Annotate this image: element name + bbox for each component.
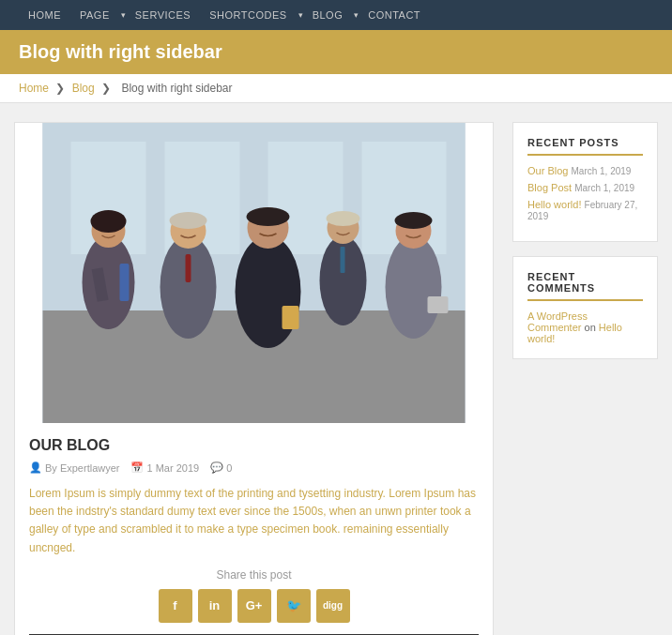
recent-comment-1: A WordPress Commenter on Hello world! <box>527 310 643 344</box>
share-buttons: f in G+ 🐦 digg <box>29 589 479 623</box>
post-comments-meta: 💬 0 <box>210 461 232 474</box>
svg-point-16 <box>236 235 301 348</box>
post-excerpt: Lorem Ipsum is simply dummy text of the … <box>29 485 479 557</box>
breadcrumb: Home ❯ Blog ❯ Blog with right sidebar <box>0 74 672 103</box>
recent-post-2: Blog Post March 1, 2019 <box>527 182 643 193</box>
sidebar: RECENT POSTS Our Blog March 1, 2019 Blog… <box>512 122 658 635</box>
content-layout: OUR BLOG 👤 By Expertlawyer 📅 1 Mar 2019 … <box>14 122 658 635</box>
svg-point-24 <box>386 235 442 339</box>
share-label: Share this post <box>29 568 479 582</box>
post-author-meta: 👤 By Expertlawyer <box>29 461 119 474</box>
recent-post-3-link[interactable]: Hello world! <box>527 199 581 210</box>
recent-post-2-date: March 1, 2019 <box>574 183 634 193</box>
comment-on: on <box>585 322 599 333</box>
post-date-meta: 📅 1 Mar 2019 <box>130 461 199 474</box>
svg-rect-27 <box>428 296 449 313</box>
post-content: OUR BLOG 👤 By Expertlawyer 📅 1 Mar 2019 … <box>15 423 493 635</box>
post-author: By Expertlawyer <box>45 462 119 474</box>
main-wrapper: OUR BLOG 👤 By Expertlawyer 📅 1 Mar 2019 … <box>0 103 672 635</box>
nav-home[interactable]: HOME <box>19 0 70 30</box>
nav-blog[interactable]: BLOG <box>303 0 353 30</box>
recent-comments-widget: RECENT COMMENTS A WordPress Commenter on… <box>512 256 658 359</box>
recent-post-1-link[interactable]: Our Blog <box>527 165 568 176</box>
recent-comments-title: RECENT COMMENTS <box>527 271 643 301</box>
breadcrumb-current: Blog with right sidebar <box>121 82 232 95</box>
svg-rect-15 <box>186 254 191 282</box>
calendar-icon: 📅 <box>130 461 144 474</box>
breadcrumb-home[interactable]: Home <box>19 82 49 95</box>
recent-posts-widget: RECENT POSTS Our Blog March 1, 2019 Blog… <box>512 122 658 242</box>
nav-page[interactable]: PAGE <box>70 0 119 30</box>
share-googleplus[interactable]: G+ <box>237 589 271 623</box>
svg-rect-11 <box>120 264 130 301</box>
breadcrumb-blog[interactable]: Blog <box>72 82 95 95</box>
share-linkedin[interactable]: in <box>198 589 232 623</box>
top-navigation: HOME PAGE ▾ SERVICES SHORTCODES ▾ BLOG ▾… <box>0 0 672 30</box>
nav-services[interactable]: SERVICES <box>126 0 200 30</box>
svg-point-22 <box>327 211 360 226</box>
svg-rect-23 <box>341 247 345 273</box>
comment-author-link[interactable]: A WordPress Commenter <box>527 310 588 333</box>
author-icon: 👤 <box>29 461 42 474</box>
breadcrumb-sep2: ❯ <box>101 82 114 95</box>
nav-contact[interactable]: CONTACT <box>359 0 430 30</box>
svg-point-26 <box>395 212 433 229</box>
recent-post-1: Our Blog March 1, 2019 <box>527 165 643 176</box>
svg-point-12 <box>160 235 217 339</box>
post-title: OUR BLOG <box>29 437 479 454</box>
page-title: Blog with right sidebar <box>19 41 653 63</box>
svg-point-9 <box>91 210 127 233</box>
recent-post-3: Hello world! February 27, 2019 <box>527 199 643 221</box>
page-title-bar: Blog with right sidebar <box>0 30 672 74</box>
nav-shortcodes[interactable]: SHORTCODES <box>200 0 296 30</box>
svg-rect-19 <box>283 306 299 329</box>
share-digg[interactable]: digg <box>316 589 350 623</box>
main-column: OUR BLOG 👤 By Expertlawyer 📅 1 Mar 2019 … <box>14 122 494 635</box>
svg-point-14 <box>170 212 207 229</box>
post-comments: 0 <box>226 462 232 474</box>
share-section: Share this post f in G+ 🐦 digg <box>29 568 479 623</box>
post-card-1: OUR BLOG 👤 By Expertlawyer 📅 1 Mar 2019 … <box>14 122 494 635</box>
post-date: 1 Mar 2019 <box>146 462 199 474</box>
share-twitter[interactable]: 🐦 <box>277 589 311 623</box>
comment-icon: 💬 <box>210 461 223 474</box>
svg-point-18 <box>247 207 290 226</box>
share-facebook[interactable]: f <box>159 589 192 623</box>
recent-post-2-link[interactable]: Blog Post <box>527 182 572 193</box>
recent-posts-title: RECENT POSTS <box>527 137 643 156</box>
post-meta: 👤 By Expertlawyer 📅 1 Mar 2019 💬 0 <box>29 461 479 474</box>
recent-post-1-date: March 1, 2019 <box>571 166 631 176</box>
post-image <box>15 123 493 423</box>
breadcrumb-sep1: ❯ <box>55 82 68 95</box>
